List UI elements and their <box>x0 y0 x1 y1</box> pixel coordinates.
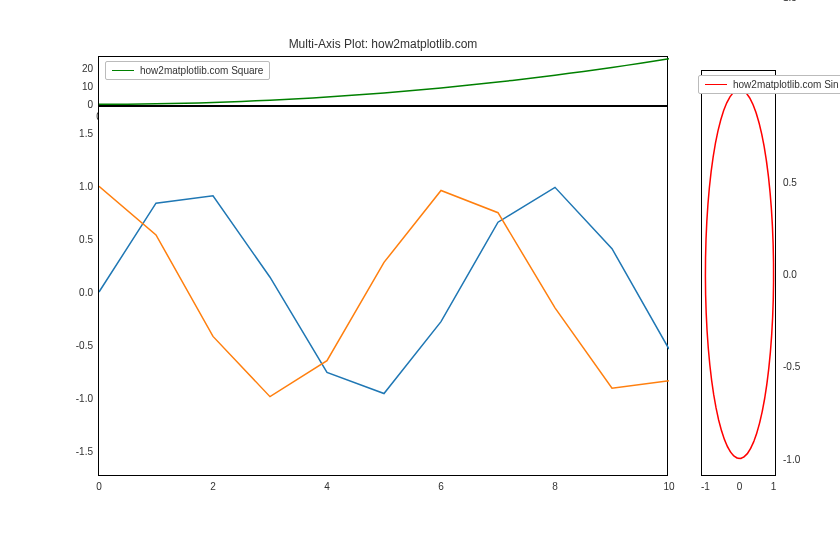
xtick: 0 <box>96 481 102 492</box>
xtick: 4 <box>324 481 330 492</box>
ytick: -0.5 <box>783 361 800 372</box>
ytick: -1.0 <box>69 392 93 403</box>
main-plot-svg <box>99 107 669 477</box>
xtick: 8 <box>552 481 558 492</box>
xtick: 1 <box>771 481 777 492</box>
axes-right: how2matplotlib.com Sin vs Cos -101-1.0-0… <box>701 70 776 476</box>
series-sin <box>99 187 669 393</box>
axes-main: 0246810-1.5-1.0-0.50.00.51.01.5 <box>98 106 668 476</box>
legend-square: how2matplotlib.com Square <box>105 61 270 80</box>
figure-title: Multi-Axis Plot: how2matplotlib.com <box>99 37 667 51</box>
xtick: 6 <box>438 481 444 492</box>
legend-square-label: how2matplotlib.com Square <box>140 65 263 76</box>
xtick: 0 <box>737 481 743 492</box>
ytick: 1.5 <box>69 128 93 139</box>
legend-sincos: how2matplotlib.com Sin vs Cos <box>698 75 840 94</box>
ytick: -0.5 <box>69 339 93 350</box>
axes-top: Multi-Axis Plot: how2matplotlib.com how2… <box>98 56 668 106</box>
series-how2matplotlib.com Sin vs Cos <box>705 89 773 458</box>
ytick: -1.0 <box>783 453 800 464</box>
ytick: 0.5 <box>69 234 93 245</box>
ytick: 1.5 <box>783 0 797 3</box>
ytick: 0.5 <box>783 176 797 187</box>
ytick: 0.0 <box>783 269 797 280</box>
ytick: -1.5 <box>69 445 93 456</box>
xtick: 10 <box>663 481 674 492</box>
ytick: 10 <box>69 81 93 92</box>
legend-line-icon <box>112 70 134 71</box>
right-plot-svg <box>702 71 777 477</box>
ytick: 0 <box>69 99 93 110</box>
xtick: 2 <box>210 481 216 492</box>
ytick: 0.0 <box>69 287 93 298</box>
figure: Multi-Axis Plot: how2matplotlib.com how2… <box>0 0 840 560</box>
legend-sincos-label: how2matplotlib.com Sin vs Cos <box>733 79 840 90</box>
ytick: 1.0 <box>69 181 93 192</box>
legend-line-icon <box>705 84 727 85</box>
ytick: 20 <box>69 62 93 73</box>
xtick: -1 <box>701 481 710 492</box>
